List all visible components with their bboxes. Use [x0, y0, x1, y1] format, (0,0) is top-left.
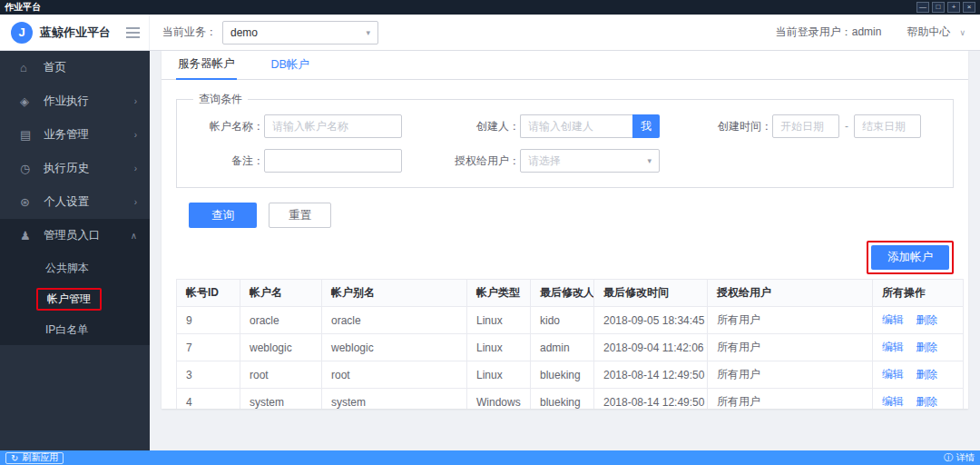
minimize-button[interactable]: — [916, 2, 929, 13]
tab-server-account[interactable]: 服务器帐户 [176, 51, 237, 80]
account-name-field: 帐户名称： [188, 114, 402, 138]
reset-button[interactable]: 重置 [269, 203, 331, 228]
column-header-name: 帐户名 [240, 280, 322, 307]
table-row: 4 system system Windows blueking 2018-08… [177, 389, 964, 410]
cell-operations: 编辑 删除 [873, 361, 964, 389]
query-filter: 查询条件 帐户名称： 创建人： 我 创建时间： - [176, 92, 954, 188]
add-account-row: 添加帐户 [176, 241, 954, 274]
cell-operations: 编辑 删除 [873, 334, 964, 361]
refresh-app-label: 刷新应用 [22, 451, 58, 464]
window-title: 作业平台 [5, 1, 41, 14]
chevron-down-icon: ▾ [647, 156, 652, 165]
account-name-input[interactable] [264, 114, 402, 138]
cell-grant: 所有用户 [708, 307, 873, 334]
add-account-button[interactable]: 添加帐户 [871, 245, 949, 270]
cell-alias: oracle [322, 307, 467, 334]
tab-bar: 服务器帐户 DB帐户 [162, 51, 968, 80]
end-date-input[interactable] [854, 114, 921, 138]
brand-title: 蓝鲸作业平台 [40, 25, 126, 41]
edit-link[interactable]: 编辑 [882, 313, 904, 326]
cell-mtime: 2018-09-05 18:34:45 +0800 [594, 307, 708, 334]
grant-user-select-value: 请选择 [528, 153, 561, 169]
refresh-app-button[interactable]: ↻ 刷新应用 [5, 452, 64, 464]
topbar-right: 当前登录用户：admin 帮助中心 ∨ [776, 25, 965, 40]
creator-field: 创建人： 我 [438, 114, 660, 138]
sidebar-item-personal-settings[interactable]: ⊛ 个人设置 › [0, 185, 150, 219]
cell-modifier: kido [531, 307, 594, 334]
grant-user-label: 授权给用户： [438, 153, 520, 169]
remark-input[interactable] [264, 149, 402, 173]
help-center-menu[interactable]: 帮助中心 ∨ [906, 25, 965, 40]
sidebar-item-home[interactable]: ⌂ 首页 [0, 51, 150, 84]
cell-name: root [240, 361, 322, 389]
grant-user-field: 授权给用户： 请选择 ▾ [438, 149, 660, 173]
create-time-label: 创建时间： [696, 119, 772, 134]
cell-operations: 编辑 删除 [873, 389, 964, 410]
sidebar-admin-group: ♟ 管理员入口 ∧ 公共脚本 帐户管理 IP白名单 [0, 219, 150, 345]
cell-mtime: 2018-09-04 11:42:06 +0800 [594, 334, 708, 361]
chevron-right-icon: › [134, 163, 137, 173]
sidebar-item-execute-history[interactable]: ◷ 执行历史 › [0, 152, 150, 185]
sidebar-subitem-account-manage[interactable]: 帐户管理 [0, 283, 150, 314]
edit-link[interactable]: 编辑 [882, 368, 904, 381]
menu-toggle-icon[interactable] [126, 27, 140, 38]
personal-settings-icon: ⊛ [20, 195, 44, 209]
account-name-label: 帐户名称： [188, 119, 264, 134]
creator-input[interactable] [520, 114, 632, 138]
cell-type: Windows [467, 389, 531, 410]
close-button[interactable]: × [963, 2, 975, 13]
table-row: 3 root root Linux blueking 2018-08-14 12… [177, 361, 964, 389]
cell-id: 9 [177, 307, 240, 334]
business-select[interactable]: demo ▾ [222, 21, 378, 45]
business-select-value: demo [230, 26, 258, 39]
filter-row-2: 备注： 授权给用户： 请选择 ▾ [188, 149, 942, 173]
tab-db-account[interactable]: DB帐户 [270, 52, 311, 79]
cell-alias: system [322, 389, 467, 410]
delete-link[interactable]: 删除 [916, 313, 937, 326]
cell-mtime: 2018-08-14 12:49:50 +0800 [594, 361, 708, 389]
column-header-type: 帐户类型 [467, 280, 531, 307]
column-header-id: 帐号ID [177, 280, 240, 307]
sidebar-subitem-ip-whitelist[interactable]: IP白名单 [0, 314, 150, 345]
cell-name: oracle [240, 307, 322, 334]
annotation-box-add-account: 添加帐户 [867, 241, 954, 274]
start-date-input[interactable] [772, 114, 839, 138]
filter-actions: 查询 重置 [189, 203, 968, 228]
delete-link[interactable]: 删除 [916, 341, 937, 353]
grant-user-select[interactable]: 请选择 ▾ [520, 149, 660, 173]
delete-link[interactable]: 删除 [916, 368, 937, 381]
cell-modifier: admin [531, 334, 594, 361]
logged-in-user: 当前登录用户：admin [776, 25, 882, 40]
date-separator: - [845, 120, 848, 133]
execute-history-icon: ◷ [20, 162, 44, 175]
remark-field: 备注： [188, 149, 402, 173]
me-button[interactable]: 我 [632, 114, 660, 138]
detail-button[interactable]: ⓘ 详情 [944, 451, 975, 464]
cell-type: Linux [467, 361, 531, 389]
cell-grant: 所有用户 [708, 334, 873, 361]
home-icon: ⌂ [20, 61, 44, 74]
search-button[interactable]: 查询 [189, 203, 257, 228]
info-icon: ⓘ [944, 451, 953, 464]
sidebar-item-job-execute[interactable]: ◈ 作业执行 › [0, 84, 150, 118]
edit-link[interactable]: 编辑 [882, 395, 904, 408]
sidebar: ⌂ 首页 ◈ 作业执行 › ▤ 业务管理 › ◷ 执行历史 › ⊛ 个人设置 ›… [0, 51, 150, 450]
job-execute-icon: ◈ [20, 94, 44, 108]
plus-button[interactable]: + [947, 2, 960, 13]
sidebar-item-business-manage[interactable]: ▤ 业务管理 › [0, 118, 150, 152]
cell-mtime: 2018-08-14 12:49:50 +0800 [594, 389, 708, 410]
cell-name: weblogic [240, 334, 322, 361]
table-header-row: 帐号ID 帐户名 帐户别名 帐户类型 最后修改人 最后修改时间 授权给用户 所有… [177, 280, 964, 307]
delete-link[interactable]: 删除 [916, 395, 937, 408]
accounts-table: 帐号ID 帐户名 帐户别名 帐户类型 最后修改人 最后修改时间 授权给用户 所有… [176, 279, 964, 409]
cell-modifier: blueking [531, 361, 594, 389]
detail-label: 详情 [956, 451, 975, 464]
sidebar-item-admin-entry[interactable]: ♟ 管理员入口 ∧ [0, 219, 150, 252]
chevron-right-icon: › [134, 96, 137, 106]
edit-link[interactable]: 编辑 [882, 341, 904, 353]
cell-id: 7 [177, 334, 240, 361]
sidebar-subitem-public-script[interactable]: 公共脚本 [0, 252, 150, 283]
cell-alias: weblogic [322, 334, 467, 361]
restore-button[interactable]: □ [932, 2, 945, 13]
cell-id: 4 [177, 389, 240, 410]
